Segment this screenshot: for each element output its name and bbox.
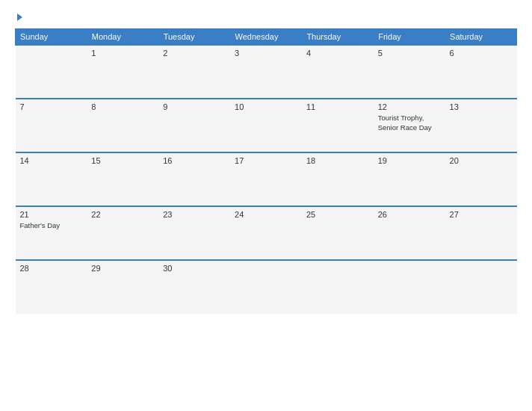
event-label: Father's Day bbox=[20, 221, 61, 229]
day-number: 7 bbox=[20, 102, 83, 111]
day-number: 3 bbox=[235, 49, 297, 58]
calendar-cell bbox=[230, 260, 302, 314]
calendar-cell: 25 bbox=[302, 206, 374, 260]
logo-blue-text bbox=[15, 13, 22, 21]
day-number: 23 bbox=[163, 210, 226, 219]
calendar-cell: 4 bbox=[302, 45, 374, 99]
day-number: 22 bbox=[91, 210, 154, 219]
weekday-header-sunday: Sunday bbox=[16, 29, 87, 46]
calendar-cell bbox=[16, 45, 87, 99]
calendar-cell: 18 bbox=[302, 152, 374, 206]
calendar-cell bbox=[445, 260, 517, 314]
calendar-cell: 7 bbox=[16, 99, 87, 152]
calendar-cell: 14 bbox=[16, 152, 87, 206]
calendar-cell: 15 bbox=[87, 152, 158, 206]
calendar-cell: 9 bbox=[158, 99, 230, 152]
day-number: 24 bbox=[235, 210, 297, 219]
calendar-cell: 24 bbox=[230, 206, 302, 260]
day-number: 29 bbox=[91, 264, 154, 273]
calendar-cell: 12Tourist Trophy, Senior Race Day bbox=[374, 99, 445, 152]
calendar-cell: 23 bbox=[158, 206, 230, 260]
calendar-cell: 1 bbox=[87, 45, 158, 99]
week-row-4: 282930 bbox=[16, 260, 517, 314]
calendar-cell: 26 bbox=[374, 206, 445, 260]
logo bbox=[15, 13, 22, 21]
calendar-cell: 5 bbox=[374, 45, 445, 99]
calendar-cell: 21Father's Day bbox=[16, 206, 87, 260]
calendar-cell: 19 bbox=[374, 152, 445, 206]
day-number: 9 bbox=[163, 102, 226, 111]
day-number: 19 bbox=[378, 156, 441, 165]
calendar-cell: 10 bbox=[230, 99, 302, 152]
weekday-header-row: SundayMondayTuesdayWednesdayThursdayFrid… bbox=[16, 29, 517, 46]
day-number: 14 bbox=[20, 156, 83, 165]
day-number: 15 bbox=[91, 156, 154, 165]
day-number: 28 bbox=[20, 264, 83, 273]
calendar-cell: 28 bbox=[16, 260, 87, 314]
calendar-cell: 30 bbox=[158, 260, 230, 314]
day-number: 6 bbox=[450, 49, 513, 58]
calendar-cell: 13 bbox=[445, 99, 517, 152]
calendar-table: SundayMondayTuesdayWednesdayThursdayFrid… bbox=[15, 28, 517, 314]
day-number: 12 bbox=[378, 102, 441, 111]
day-number: 8 bbox=[91, 102, 154, 111]
weekday-header-saturday: Saturday bbox=[445, 29, 517, 46]
day-number: 18 bbox=[306, 156, 369, 165]
day-number: 27 bbox=[450, 210, 513, 219]
week-row-3: 21Father's Day222324252627 bbox=[16, 206, 517, 260]
day-number: 21 bbox=[20, 210, 83, 219]
day-number: 11 bbox=[306, 102, 369, 111]
calendar-cell: 3 bbox=[230, 45, 302, 99]
week-row-2: 14151617181920 bbox=[16, 152, 517, 206]
day-number: 2 bbox=[163, 49, 226, 58]
day-number: 26 bbox=[378, 210, 441, 219]
calendar-cell: 27 bbox=[445, 206, 517, 260]
calendar-cell bbox=[374, 260, 445, 314]
calendar-cell: 22 bbox=[87, 206, 158, 260]
calendar-cell: 11 bbox=[302, 99, 374, 152]
day-number: 30 bbox=[163, 264, 226, 273]
weekday-header-friday: Friday bbox=[374, 29, 445, 46]
weekday-header-tuesday: Tuesday bbox=[158, 29, 230, 46]
week-row-1: 789101112Tourist Trophy, Senior Race Day… bbox=[16, 99, 517, 152]
day-number: 17 bbox=[235, 156, 297, 165]
calendar-cell: 17 bbox=[230, 152, 302, 206]
day-number: 5 bbox=[378, 49, 441, 58]
weekday-header-thursday: Thursday bbox=[302, 29, 374, 46]
day-number: 25 bbox=[306, 210, 369, 219]
day-number: 4 bbox=[306, 49, 369, 58]
calendar-cell: 29 bbox=[87, 260, 158, 314]
day-number: 20 bbox=[450, 156, 513, 165]
calendar-cell: 6 bbox=[445, 45, 517, 99]
calendar-cell: 2 bbox=[158, 45, 230, 99]
calendar-page: SundayMondayTuesdayWednesdayThursdayFrid… bbox=[0, 0, 532, 411]
calendar-cell: 8 bbox=[87, 99, 158, 152]
day-number: 16 bbox=[163, 156, 226, 165]
calendar-cell: 20 bbox=[445, 152, 517, 206]
day-number: 10 bbox=[235, 102, 297, 111]
calendar-cell bbox=[302, 260, 374, 314]
calendar-cell: 16 bbox=[158, 152, 230, 206]
day-number: 13 bbox=[450, 102, 513, 111]
weekday-header-monday: Monday bbox=[87, 29, 158, 46]
logo-triangle-icon bbox=[17, 13, 22, 21]
day-number: 1 bbox=[91, 49, 154, 58]
event-label: Tourist Trophy, Senior Race Day bbox=[378, 114, 432, 132]
week-row-0: 123456 bbox=[16, 45, 517, 99]
header bbox=[15, 13, 517, 21]
weekday-header-wednesday: Wednesday bbox=[230, 29, 302, 46]
